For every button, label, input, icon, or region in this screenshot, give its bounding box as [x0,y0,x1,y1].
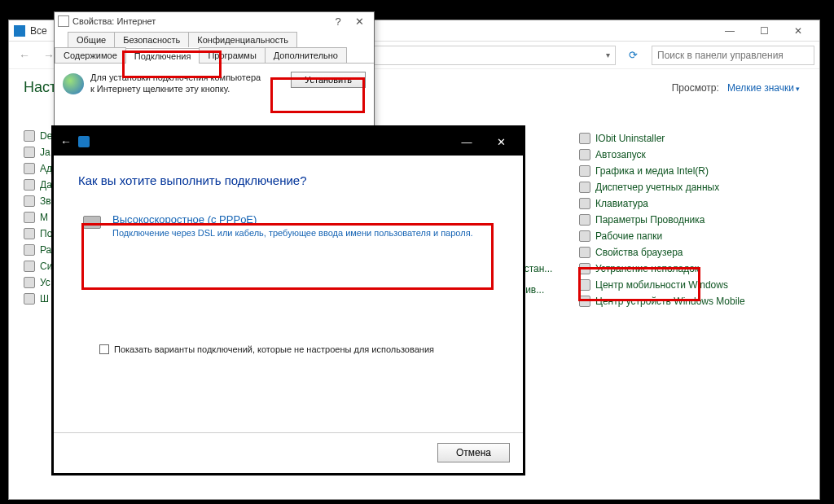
item-label: IObit Uninstaller [595,133,665,144]
cp-item[interactable]: Диспетчер учетных данных [579,182,745,193]
item-label: Клавиатура [595,198,648,209]
item-label: Ус [40,277,50,288]
wizard-titlebar[interactable]: ← — ✕ [54,128,523,156]
view-label: Просмотр: [672,82,719,94]
props-tab[interactable]: Программы [199,47,265,63]
item-icon [579,230,590,242]
props-tab[interactable]: Содержимое [55,47,126,63]
cp-item[interactable]: Зв [24,195,52,207]
cp-item[interactable]: Да [24,179,52,191]
cp-item[interactable]: IObit Uninstaller [579,133,745,144]
cp-item[interactable]: М [24,212,52,223]
item-icon [24,277,35,288]
pppoe-option-subtitle: Подключение через DSL или кабель, требую… [112,227,473,239]
item-icon [24,163,35,174]
wizard-icon [78,136,90,147]
minimize-button[interactable]: — [713,21,746,41]
props-tab[interactable]: Конфиденциальность [188,32,297,47]
item-icon [579,182,590,193]
item-label: Параметры Проводника [595,214,705,226]
wizard-minimize-button[interactable]: — [451,131,482,152]
view-selector: Просмотр: Мелкие значки▾ [672,82,800,94]
cp-item[interactable]: Ш [24,293,52,305]
item-label: Ja [40,147,50,158]
address-dropdown-icon[interactable]: ▾ [606,50,610,59]
item-label: Зв [40,195,51,207]
item-icon [579,263,590,274]
item-label: De [40,130,52,142]
cp-item[interactable]: Си [24,261,52,272]
search-placeholder: Поиск в панели управления [657,50,784,61]
modem-icon [83,216,101,229]
props-tab[interactable]: Безопасность [114,32,189,47]
item-icon [579,149,590,160]
item-label: Свойства браузера [595,247,683,258]
item-icon [24,195,35,207]
item-label: Ад [40,163,52,174]
cp-item[interactable]: Ад [24,163,52,174]
item-label: Ш [40,293,49,305]
props-instruction: Для установки подключения компьютера к И… [90,72,261,95]
help-button[interactable]: ? [328,15,348,28]
item-label: Графика и медиа Intel(R) [595,165,709,177]
item-icon [24,293,35,305]
item-icon [24,179,35,191]
setup-button[interactable]: Установить [291,72,366,88]
item-icon [579,279,590,291]
item-label: Диспетчер учетных данных [595,182,719,193]
cp-item[interactable]: Клавиатура [579,198,745,209]
cp-item[interactable]: Ус [24,277,52,288]
right-shadow [824,0,834,504]
item-icon [579,133,590,144]
cp-item[interactable]: Параметры Проводника [579,214,745,226]
cp-item[interactable]: De [24,130,52,142]
show-all-options-checkbox[interactable] [99,344,109,354]
pppoe-option-title: Высокоскоростное (с PPPoE) [112,213,473,226]
cp-item[interactable]: Рабочие папки [579,230,745,242]
props-tab[interactable]: Подключения [125,48,200,64]
show-all-options-label: Показать варианты подключений, которые н… [114,344,434,354]
cp-item[interactable]: Ра [24,244,52,256]
cp-item[interactable]: По [24,228,52,239]
close-button[interactable]: ✕ [782,21,814,41]
props-tab[interactable]: Общие [68,32,115,47]
item-icon [24,212,35,223]
item-icon [24,244,35,256]
cp-item[interactable]: Центр устройств Windows Mobile [579,296,745,307]
control-panel-icon [14,25,25,37]
wizard-back-button[interactable]: ← [60,135,72,148]
pppoe-option[interactable]: Высокоскоростное (с PPPoE) Подключение ч… [78,207,498,245]
item-label: М [40,212,48,223]
cp-item[interactable]: Центр мобильности Windows [579,279,745,291]
item-label: Центр устройств Windows Mobile [595,296,745,307]
cp-item[interactable]: Автозапуск [579,149,745,160]
props-tab[interactable]: Дополнительно [265,47,347,63]
item-label: Ра [40,244,51,256]
props-titlebar: Свойства: Интернет ? ✕ [55,12,374,30]
cp-item[interactable]: Свойства браузера [579,247,745,258]
refresh-button[interactable]: ⟳ [622,45,643,66]
view-value-link[interactable]: Мелкие значки▾ [727,82,800,94]
close-button[interactable]: ✕ [348,15,371,28]
cp-item[interactable]: Графика и медиа Intel(R) [579,165,745,177]
item-label: Си [40,261,52,272]
item-label: По [40,228,52,239]
cancel-button[interactable]: Отмена [437,443,510,462]
item-icon [24,261,35,272]
globe-icon [63,73,84,94]
item-icon [579,198,590,209]
cp-item[interactable]: Ja [24,147,52,158]
item-icon [24,147,35,158]
wizard-heading: Как вы хотите выполнить подключение? [78,173,498,187]
connection-wizard-dialog: ← — ✕ Как вы хотите выполнить подключени… [53,127,524,474]
internet-options-icon [58,15,69,27]
item-icon [24,130,35,142]
maximize-button[interactable]: ☐ [748,21,780,41]
internet-properties-dialog: Свойства: Интернет ? ✕ ОбщиеБезопасность… [54,11,375,129]
props-title: Свойства: Интернет [72,16,328,26]
cp-item[interactable]: Устранение неполадок [579,263,745,274]
wizard-close-button[interactable]: ✕ [485,131,516,152]
search-input[interactable]: Поиск в панели управления [652,46,814,65]
nav-back-button[interactable]: ← [14,45,35,66]
item-label: Центр мобильности Windows [595,279,728,291]
